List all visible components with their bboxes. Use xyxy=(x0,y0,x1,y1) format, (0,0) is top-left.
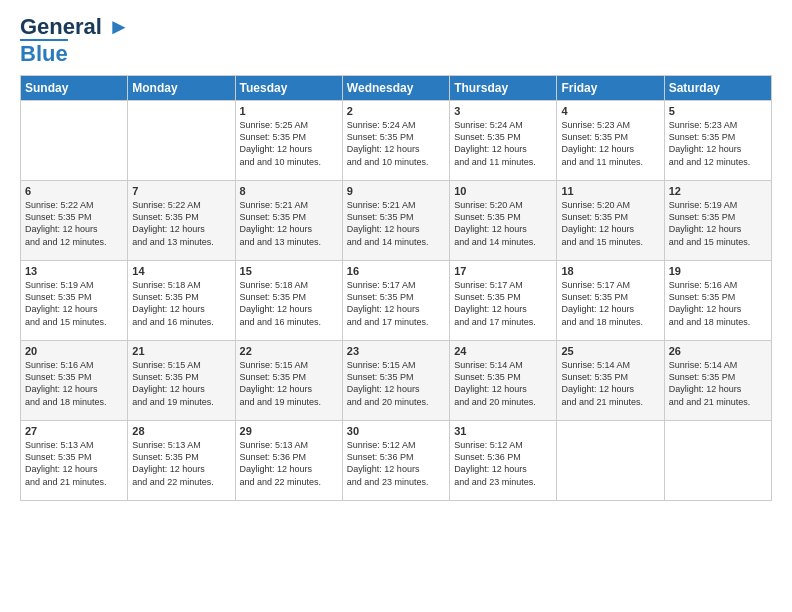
page: General ► Blue SundayMondayTuesdayWednes… xyxy=(0,0,792,612)
week-row-2: 13Sunrise: 5:19 AMSunset: 5:35 PMDayligh… xyxy=(21,261,772,341)
day-number: 24 xyxy=(454,345,552,357)
day-info: Sunrise: 5:13 AMSunset: 5:35 PMDaylight:… xyxy=(25,439,123,488)
calendar-cell: 26Sunrise: 5:14 AMSunset: 5:35 PMDayligh… xyxy=(664,341,771,421)
day-number: 5 xyxy=(669,105,767,117)
day-number: 9 xyxy=(347,185,445,197)
header-day-friday: Friday xyxy=(557,76,664,101)
day-info: Sunrise: 5:16 AMSunset: 5:35 PMDaylight:… xyxy=(669,279,767,328)
day-number: 12 xyxy=(669,185,767,197)
day-number: 17 xyxy=(454,265,552,277)
day-info: Sunrise: 5:14 AMSunset: 5:35 PMDaylight:… xyxy=(454,359,552,408)
day-info: Sunrise: 5:24 AMSunset: 5:35 PMDaylight:… xyxy=(347,119,445,168)
day-number: 29 xyxy=(240,425,338,437)
calendar-cell: 30Sunrise: 5:12 AMSunset: 5:36 PMDayligh… xyxy=(342,421,449,501)
logo-blue: Blue xyxy=(20,39,68,67)
day-number: 31 xyxy=(454,425,552,437)
day-info: Sunrise: 5:15 AMSunset: 5:35 PMDaylight:… xyxy=(347,359,445,408)
calendar-cell: 1Sunrise: 5:25 AMSunset: 5:35 PMDaylight… xyxy=(235,101,342,181)
week-row-1: 6Sunrise: 5:22 AMSunset: 5:35 PMDaylight… xyxy=(21,181,772,261)
day-number: 10 xyxy=(454,185,552,197)
day-number: 26 xyxy=(669,345,767,357)
day-info: Sunrise: 5:21 AMSunset: 5:35 PMDaylight:… xyxy=(347,199,445,248)
day-number: 2 xyxy=(347,105,445,117)
calendar-cell: 10Sunrise: 5:20 AMSunset: 5:35 PMDayligh… xyxy=(450,181,557,261)
calendar-cell: 3Sunrise: 5:24 AMSunset: 5:35 PMDaylight… xyxy=(450,101,557,181)
calendar-cell: 17Sunrise: 5:17 AMSunset: 5:35 PMDayligh… xyxy=(450,261,557,341)
day-number: 1 xyxy=(240,105,338,117)
day-info: Sunrise: 5:20 AMSunset: 5:35 PMDaylight:… xyxy=(561,199,659,248)
day-info: Sunrise: 5:21 AMSunset: 5:35 PMDaylight:… xyxy=(240,199,338,248)
day-info: Sunrise: 5:23 AMSunset: 5:35 PMDaylight:… xyxy=(561,119,659,168)
calendar-cell: 5Sunrise: 5:23 AMSunset: 5:35 PMDaylight… xyxy=(664,101,771,181)
day-info: Sunrise: 5:20 AMSunset: 5:35 PMDaylight:… xyxy=(454,199,552,248)
calendar-cell xyxy=(664,421,771,501)
calendar-cell: 25Sunrise: 5:14 AMSunset: 5:35 PMDayligh… xyxy=(557,341,664,421)
header-day-monday: Monday xyxy=(128,76,235,101)
calendar-cell: 9Sunrise: 5:21 AMSunset: 5:35 PMDaylight… xyxy=(342,181,449,261)
day-info: Sunrise: 5:14 AMSunset: 5:35 PMDaylight:… xyxy=(561,359,659,408)
calendar-cell: 31Sunrise: 5:12 AMSunset: 5:36 PMDayligh… xyxy=(450,421,557,501)
logo: General ► Blue xyxy=(20,15,130,67)
calendar-cell: 29Sunrise: 5:13 AMSunset: 5:36 PMDayligh… xyxy=(235,421,342,501)
day-info: Sunrise: 5:17 AMSunset: 5:35 PMDaylight:… xyxy=(454,279,552,328)
day-info: Sunrise: 5:18 AMSunset: 5:35 PMDaylight:… xyxy=(132,279,230,328)
calendar-cell: 18Sunrise: 5:17 AMSunset: 5:35 PMDayligh… xyxy=(557,261,664,341)
week-row-3: 20Sunrise: 5:16 AMSunset: 5:35 PMDayligh… xyxy=(21,341,772,421)
header-day-thursday: Thursday xyxy=(450,76,557,101)
calendar-cell: 20Sunrise: 5:16 AMSunset: 5:35 PMDayligh… xyxy=(21,341,128,421)
day-info: Sunrise: 5:24 AMSunset: 5:35 PMDaylight:… xyxy=(454,119,552,168)
calendar-cell: 7Sunrise: 5:22 AMSunset: 5:35 PMDaylight… xyxy=(128,181,235,261)
calendar-cell xyxy=(128,101,235,181)
calendar-cell: 8Sunrise: 5:21 AMSunset: 5:35 PMDaylight… xyxy=(235,181,342,261)
day-info: Sunrise: 5:16 AMSunset: 5:35 PMDaylight:… xyxy=(25,359,123,408)
calendar-cell: 11Sunrise: 5:20 AMSunset: 5:35 PMDayligh… xyxy=(557,181,664,261)
calendar-cell: 6Sunrise: 5:22 AMSunset: 5:35 PMDaylight… xyxy=(21,181,128,261)
day-info: Sunrise: 5:14 AMSunset: 5:35 PMDaylight:… xyxy=(669,359,767,408)
day-number: 20 xyxy=(25,345,123,357)
header-day-saturday: Saturday xyxy=(664,76,771,101)
calendar-cell: 2Sunrise: 5:24 AMSunset: 5:35 PMDaylight… xyxy=(342,101,449,181)
logo-text: General ► xyxy=(20,15,130,39)
calendar-table: SundayMondayTuesdayWednesdayThursdayFrid… xyxy=(20,75,772,501)
week-row-4: 27Sunrise: 5:13 AMSunset: 5:35 PMDayligh… xyxy=(21,421,772,501)
calendar-cell: 14Sunrise: 5:18 AMSunset: 5:35 PMDayligh… xyxy=(128,261,235,341)
day-info: Sunrise: 5:13 AMSunset: 5:35 PMDaylight:… xyxy=(132,439,230,488)
day-number: 6 xyxy=(25,185,123,197)
day-number: 13 xyxy=(25,265,123,277)
day-number: 18 xyxy=(561,265,659,277)
day-info: Sunrise: 5:23 AMSunset: 5:35 PMDaylight:… xyxy=(669,119,767,168)
day-info: Sunrise: 5:17 AMSunset: 5:35 PMDaylight:… xyxy=(347,279,445,328)
calendar-cell: 24Sunrise: 5:14 AMSunset: 5:35 PMDayligh… xyxy=(450,341,557,421)
calendar-cell: 4Sunrise: 5:23 AMSunset: 5:35 PMDaylight… xyxy=(557,101,664,181)
calendar-header-row: SundayMondayTuesdayWednesdayThursdayFrid… xyxy=(21,76,772,101)
calendar-cell: 13Sunrise: 5:19 AMSunset: 5:35 PMDayligh… xyxy=(21,261,128,341)
day-info: Sunrise: 5:13 AMSunset: 5:36 PMDaylight:… xyxy=(240,439,338,488)
day-number: 27 xyxy=(25,425,123,437)
header-day-tuesday: Tuesday xyxy=(235,76,342,101)
day-number: 11 xyxy=(561,185,659,197)
header: General ► Blue xyxy=(20,15,772,67)
day-number: 21 xyxy=(132,345,230,357)
day-number: 4 xyxy=(561,105,659,117)
calendar-cell: 21Sunrise: 5:15 AMSunset: 5:35 PMDayligh… xyxy=(128,341,235,421)
day-info: Sunrise: 5:15 AMSunset: 5:35 PMDaylight:… xyxy=(132,359,230,408)
calendar-cell: 15Sunrise: 5:18 AMSunset: 5:35 PMDayligh… xyxy=(235,261,342,341)
week-row-0: 1Sunrise: 5:25 AMSunset: 5:35 PMDaylight… xyxy=(21,101,772,181)
day-number: 7 xyxy=(132,185,230,197)
day-info: Sunrise: 5:19 AMSunset: 5:35 PMDaylight:… xyxy=(669,199,767,248)
day-number: 14 xyxy=(132,265,230,277)
day-number: 8 xyxy=(240,185,338,197)
calendar-cell: 22Sunrise: 5:15 AMSunset: 5:35 PMDayligh… xyxy=(235,341,342,421)
calendar-cell xyxy=(557,421,664,501)
header-day-wednesday: Wednesday xyxy=(342,76,449,101)
day-number: 30 xyxy=(347,425,445,437)
day-number: 23 xyxy=(347,345,445,357)
day-number: 22 xyxy=(240,345,338,357)
day-info: Sunrise: 5:18 AMSunset: 5:35 PMDaylight:… xyxy=(240,279,338,328)
day-info: Sunrise: 5:19 AMSunset: 5:35 PMDaylight:… xyxy=(25,279,123,328)
day-number: 19 xyxy=(669,265,767,277)
calendar-cell xyxy=(21,101,128,181)
day-number: 16 xyxy=(347,265,445,277)
day-info: Sunrise: 5:12 AMSunset: 5:36 PMDaylight:… xyxy=(347,439,445,488)
calendar-cell: 12Sunrise: 5:19 AMSunset: 5:35 PMDayligh… xyxy=(664,181,771,261)
